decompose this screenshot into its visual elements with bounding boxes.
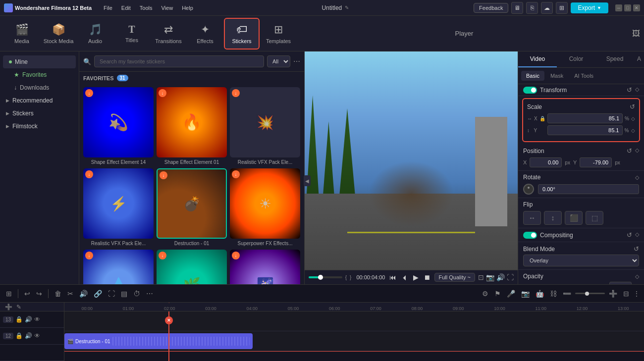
downloads-item[interactable]: ↓ Downloads (0, 81, 79, 94)
close-button[interactable]: ✕ (633, 4, 640, 11)
toolbar-stickers[interactable]: 🏷 Stickers (224, 18, 260, 50)
zoom-track[interactable] (575, 293, 605, 294)
toolbar-media[interactable]: 🎬 Media (4, 18, 40, 50)
screen-icon-btn[interactable]: 🖥 (511, 2, 523, 14)
scale-x-diamond[interactable]: ◇ (631, 116, 635, 121)
playhead-circle[interactable]: ✕ (165, 316, 173, 324)
minimize-button[interactable]: ─ (615, 4, 622, 11)
tab-color[interactable]: Color (557, 52, 595, 67)
recommended-section[interactable]: ▶ Recommended (0, 94, 79, 107)
tl-trim-button[interactable]: ▤ (119, 289, 129, 299)
tl-redo-button[interactable]: ↪ (34, 289, 44, 299)
toolbar-transitions[interactable]: ⇄ Transitions (151, 18, 186, 50)
tl-mic-button[interactable]: 🎤 (505, 289, 517, 299)
scale-y-diamond[interactable]: ◇ (631, 128, 635, 133)
list-item[interactable]: ↓ 🌿 (157, 250, 227, 284)
quality-button[interactable]: Full Quality ~ (434, 273, 476, 282)
stickers-section[interactable]: ▶ Stickers (0, 107, 79, 120)
position-diamond-icon[interactable]: ◇ (635, 147, 639, 155)
subtab-basic[interactable]: Basic (521, 71, 544, 81)
tl-audio-button[interactable]: 🔊 (77, 289, 90, 299)
tl-link-button[interactable]: 🔗 (92, 289, 104, 299)
tl-plus-button[interactable]: ➕ (607, 289, 619, 299)
mine-header[interactable]: Mine (3, 55, 76, 68)
scale-y-input[interactable]: 85.1 (547, 125, 623, 135)
rotate-diamond-icon[interactable]: ◇ (635, 174, 639, 181)
track-audio-icon[interactable]: 🔊 (25, 316, 32, 323)
track-row-12[interactable]: 🎬 Destruction - 01 (64, 331, 644, 351)
flip-vertical-button[interactable]: ↕ (544, 211, 562, 225)
track-lock-icon[interactable]: 🔒 (15, 316, 23, 323)
list-item[interactable]: ↓ ⚡ Realistic VFX Pack Ele... (83, 168, 154, 247)
photo-icon-btn[interactable]: 🖼 (632, 29, 640, 38)
panel-collapse-button[interactable]: ◀ (304, 175, 311, 186)
zoom-slider[interactable] (575, 293, 605, 294)
compositing-diamond-icon[interactable]: ◇ (635, 231, 639, 239)
tl-delete-button[interactable]: 🗑 (53, 289, 63, 299)
position-y-input[interactable] (580, 157, 612, 167)
track-lock-icon-12[interactable]: 🔒 (15, 332, 23, 339)
toolbar-audio[interactable]: 🎵 Audio (77, 18, 113, 50)
tl-minus-button[interactable]: ➖ (561, 289, 573, 299)
tab-expand-icon[interactable]: A (634, 52, 644, 67)
sticker-thumb[interactable]: ↓ 💧 (83, 250, 154, 284)
scale-x-input[interactable]: 85.1 (547, 113, 623, 123)
blend-reset-icon[interactable]: ↺ (634, 245, 639, 253)
tl-crop-button[interactable]: ⛶ (106, 289, 117, 299)
rewind-button[interactable]: ⏮ (388, 272, 397, 282)
sticker-thumb[interactable]: ↓ 💣 (157, 168, 227, 239)
sticker-thumb[interactable]: ↓ 💫 (83, 87, 154, 157)
menu-view[interactable]: View (157, 4, 177, 12)
subtab-mask[interactable]: Mask (545, 71, 568, 81)
toolbar-effects[interactable]: ✦ Effects (187, 18, 223, 50)
bracket-right[interactable]: } (350, 275, 351, 280)
copy-icon-btn[interactable]: ⎘ (526, 2, 538, 14)
tl-add-track-button[interactable]: ➕ (3, 303, 14, 311)
transform-toggle[interactable] (523, 87, 537, 94)
tl-layout-button[interactable]: ⊟ (621, 289, 631, 299)
tl-clip-destruction[interactable]: 🎬 Destruction - 01 (64, 333, 253, 349)
list-item[interactable]: ↓ 🔥 Shape Effect Element 01 (157, 87, 227, 165)
subtab-ai-tools[interactable]: AI Tools (569, 71, 598, 81)
filmstock-section[interactable]: ▶ Filmstock (0, 120, 79, 133)
filter-select[interactable]: All (267, 55, 290, 67)
compositing-reset-icon[interactable]: ↺ (627, 231, 632, 239)
export-button[interactable]: Export ▼ (571, 2, 608, 13)
toolbar-templates[interactable]: ⊞ Templates (261, 18, 296, 50)
menu-file[interactable]: File (100, 4, 116, 12)
track-row-main[interactable] (64, 351, 644, 361)
tl-link2-button[interactable]: ⛓ (548, 289, 559, 299)
blend-mode-select[interactable]: Overlay (523, 255, 639, 266)
tl-settings-button[interactable]: ⚙ (480, 289, 490, 299)
position-x-input[interactable] (530, 157, 562, 167)
toolbar-titles[interactable]: T Titles (114, 18, 150, 50)
search-input[interactable] (94, 55, 264, 67)
more-options-icon[interactable]: ⋯ (293, 57, 300, 65)
toolbar-stock-media[interactable]: 📦 Stock Media (41, 18, 76, 50)
list-item[interactable]: ↓ 💣 Destruction - 01 (157, 168, 227, 247)
tl-grid-button[interactable]: ⊞ (4, 289, 14, 299)
player-fullscreen-icon[interactable]: ⛶ (507, 273, 514, 281)
player-fit-icon[interactable]: ⊡ (478, 273, 484, 281)
list-item[interactable]: ↓ 💧 (83, 250, 154, 284)
flip-btn-4[interactable]: ⬚ (586, 211, 603, 225)
compositing-toggle[interactable] (523, 232, 537, 239)
tl-ai-button[interactable]: 🤖 (534, 289, 546, 299)
list-item[interactable]: ↓ 🌌 (230, 250, 300, 284)
position-reset-icon[interactable]: ↺ (627, 147, 632, 155)
menu-edit[interactable]: Edit (117, 4, 135, 12)
stop-button[interactable]: ⏹ (423, 272, 431, 282)
menu-tools[interactable]: Tools (136, 4, 157, 12)
favorites-item[interactable]: ★ Favorites (0, 68, 79, 81)
transform-diamond-icon[interactable]: ◇ (635, 86, 639, 94)
tl-undo-button[interactable]: ↩ (22, 289, 32, 299)
bracket-left[interactable]: { (345, 275, 347, 280)
tl-marker-button[interactable]: ⚑ (492, 289, 503, 299)
track-audio-icon-12[interactable]: 🔊 (25, 332, 32, 339)
tl-cut-button[interactable]: ✂ (65, 289, 75, 299)
rotate-input[interactable]: 0.00° (538, 184, 639, 194)
track-row-13[interactable] (64, 311, 644, 331)
opacity-input[interactable]: 100.0 (609, 282, 632, 284)
feedback-button[interactable]: Feedback (474, 3, 508, 13)
list-item[interactable]: ↓ 💫 Shape Effect Element 14 (83, 87, 154, 165)
